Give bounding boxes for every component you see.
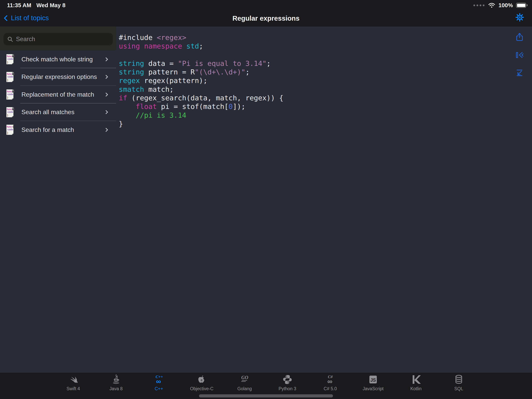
tab-label: SQL	[454, 386, 463, 391]
gear-icon	[514, 12, 525, 23]
svg-text:JS: JS	[370, 378, 376, 383]
code-line: regex regex(pattern);	[119, 76, 511, 85]
sidebar: func code } Check match whole string fun…	[0, 27, 116, 373]
tab-label: Objective-C	[190, 386, 213, 391]
svg-text:c: c	[201, 378, 203, 382]
code-editor[interactable]: #include <regex>using namespace std;stri…	[116, 27, 532, 373]
svg-text:func: func	[7, 55, 12, 58]
sidebar-list: func code } Check match whole string fun…	[0, 51, 116, 139]
page-title: Regular expressions	[0, 14, 532, 22]
swift-icon	[68, 374, 79, 385]
app-screen: { "status_bar": { "time": "11:35 AM", "d…	[0, 0, 532, 399]
chevron-right-icon	[104, 110, 108, 114]
snippet-doc-icon: func code }	[6, 54, 15, 65]
tab-cpp[interactable]: C++∞C++	[138, 373, 180, 391]
tab-sql[interactable]: SQL	[437, 373, 480, 391]
sidebar-item-label: Search all matches	[21, 109, 105, 116]
kotlin-icon	[411, 374, 421, 385]
javascript-icon: JS	[368, 374, 379, 385]
tab-python[interactable]: Python 3	[266, 373, 309, 391]
tab-objective-c[interactable]: cObjective-C	[180, 373, 223, 391]
code-line: if (regex_search(data, match, regex)) {	[119, 94, 511, 102]
snippet-doc-icon: func code }	[6, 71, 15, 82]
cpp-icon: C++∞	[153, 374, 164, 385]
status-time: 11:35 AM	[7, 2, 31, 9]
python-icon	[282, 374, 293, 385]
sidebar-item-label: Replacement of the match	[21, 91, 105, 98]
wifi-icon	[488, 3, 495, 8]
svg-text:}: }	[7, 61, 8, 64]
objective-c-icon: c	[196, 374, 207, 385]
svg-text:code: code	[7, 128, 13, 131]
sidebar-item[interactable]: func code } Replacement of the match	[0, 86, 116, 103]
chevron-right-icon	[104, 75, 108, 79]
share-icon	[515, 32, 524, 42]
search-icon	[7, 36, 13, 42]
svg-text:}: }	[7, 114, 8, 117]
svg-text:code: code	[7, 75, 13, 78]
battery-percent: 100%	[499, 2, 513, 9]
code-line: float pi = stof(match[0]);	[119, 102, 511, 111]
code-lines: #include <regex>using namespace std;stri…	[119, 33, 511, 128]
code-line	[119, 51, 511, 59]
search-box[interactable]	[4, 33, 113, 45]
svg-text:GO: GO	[241, 375, 248, 380]
snippet-doc-icon: func code }	[6, 89, 15, 100]
collapse-diagonal-icon	[515, 68, 524, 77]
snippet-doc-icon: func code }	[6, 107, 15, 118]
tab-java[interactable]: Java 8	[95, 373, 138, 391]
skip-to-start-button[interactable]	[515, 50, 524, 60]
battery-icon	[516, 3, 526, 8]
chevron-right-icon	[104, 57, 108, 61]
sidebar-item[interactable]: func code } Search all matches	[0, 103, 116, 121]
status-bar-left: 11:35 AM Wed May 8	[7, 2, 65, 9]
code-line: #include <regex>	[119, 33, 511, 42]
sidebar-item-label: Regular expression options	[21, 73, 105, 80]
svg-text:code: code	[7, 58, 13, 60]
tab-label: Golang	[237, 386, 252, 391]
status-bar-right: 100%	[473, 2, 526, 9]
snippet-doc-icon: func code } {	[6, 124, 15, 135]
svg-text:∞: ∞	[156, 377, 161, 385]
header: 11:35 AM Wed May 8 100% List of topics R…	[0, 0, 532, 27]
settings-button[interactable]	[514, 12, 525, 23]
code-line: string pattern = R"(\d+\.\d+)";	[119, 68, 511, 76]
status-date: Wed May 8	[36, 2, 65, 9]
svg-text:}: }	[7, 131, 8, 135]
tab-javascript[interactable]: JSJavaScript	[352, 373, 394, 391]
home-indicator[interactable]	[199, 394, 333, 398]
code-line: }	[119, 120, 511, 128]
tab-golang[interactable]: GOGolang	[223, 373, 266, 391]
search-input[interactable]	[16, 36, 109, 43]
tab-csharp[interactable]: C#∞C# 5.0	[309, 373, 352, 391]
code-line: smatch match;	[119, 85, 511, 94]
collapse-diagonal-button[interactable]	[515, 68, 524, 77]
tab-label: Java 8	[109, 386, 123, 391]
svg-text:}: }	[7, 78, 8, 82]
svg-text:code: code	[7, 111, 13, 113]
svg-text:func: func	[7, 108, 12, 111]
code-line: //pi is 3.14	[119, 111, 511, 120]
sidebar-item-label: Check match whole string	[21, 56, 105, 63]
sidebar-item[interactable]: func code } Check match whole string	[0, 51, 116, 68]
skip-to-start-icon	[515, 50, 524, 60]
chevron-right-icon	[104, 93, 108, 97]
svg-text:code: code	[7, 93, 13, 96]
tab-kotlin[interactable]: Kotlin	[394, 373, 437, 391]
golang-icon: GO	[239, 374, 250, 385]
cellular-signal-icon	[473, 5, 484, 6]
tab-swift[interactable]: Swift 4	[52, 373, 95, 391]
csharp-icon: C#∞	[325, 374, 336, 385]
search-section	[0, 27, 116, 51]
java-icon	[111, 374, 121, 385]
tab-label: JavaScript	[363, 386, 383, 391]
tab-label: Python 3	[279, 386, 296, 391]
sidebar-item-label: Search for a match	[21, 126, 105, 134]
sidebar-item[interactable]: func code } { Search for a match	[0, 121, 116, 139]
tab-label: Swift 4	[66, 386, 80, 391]
tab-label: Kotlin	[410, 386, 422, 391]
svg-text:func: func	[7, 73, 12, 75]
chevron-right-icon	[104, 128, 108, 132]
sidebar-item[interactable]: func code } Regular expression options	[0, 68, 116, 86]
share-button[interactable]	[515, 32, 524, 42]
